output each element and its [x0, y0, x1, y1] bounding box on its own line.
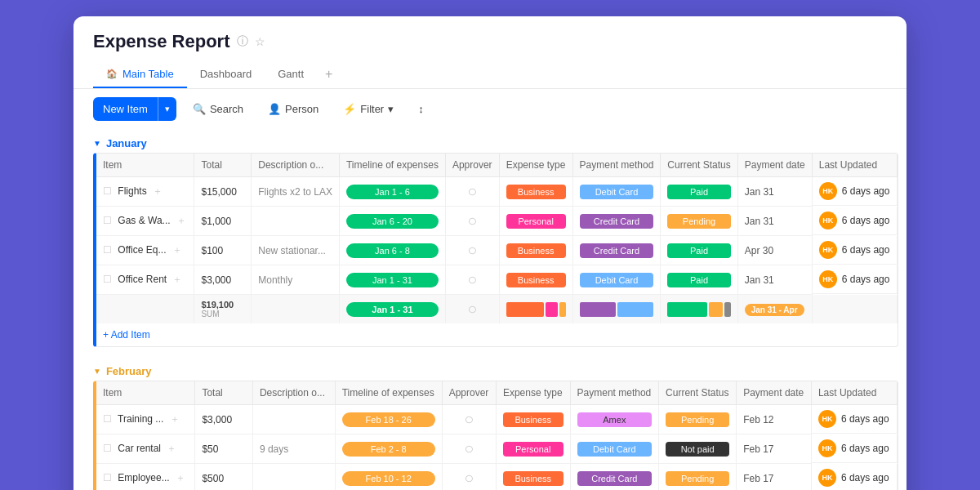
- table-february: Item Total Description o... Timeline of …: [93, 381, 898, 490]
- filter-icon: ⚡: [343, 103, 356, 115]
- page-title: Expense Report: [93, 31, 230, 52]
- cell-approver-0: ○: [442, 405, 496, 434]
- add-item-january[interactable]: + Add Item: [96, 323, 898, 346]
- cell-status-2: Paid: [661, 236, 737, 265]
- cell-status-3: Paid: [661, 265, 737, 295]
- new-item-dropdown-button[interactable]: ▾: [158, 97, 176, 121]
- sum-updated-cell: [812, 295, 897, 324]
- payment-badge-3: Debit Card: [580, 273, 654, 287]
- row-checkbox-0[interactable]: ☐: [103, 413, 112, 425]
- section-january: ▼ January Item Total Description o... Ti…: [82, 129, 898, 347]
- col-date-header: Payment date: [737, 154, 812, 177]
- sum-desc-cell: [252, 295, 340, 324]
- app-window: Expense Report ⓘ ☆ 🏠 Main Table Dashboar…: [74, 16, 906, 490]
- tab-dashboard[interactable]: Dashboard: [187, 60, 265, 88]
- feb-col-date: Payment date: [737, 381, 812, 405]
- filter-button[interactable]: ⚡ Filter ▾: [335, 98, 402, 120]
- add-icon-2[interactable]: ＋: [172, 244, 182, 256]
- add-icon-1[interactable]: ＋: [176, 215, 186, 226]
- timeline-badge-1: Jan 6 - 20: [346, 214, 439, 229]
- cell-expense-1: Personal: [499, 207, 572, 236]
- expense-badge-0: Business: [506, 185, 566, 199]
- table-row: ☐ Employee... ＋ $500 Feb 10 - 12 ○ Busin…: [96, 464, 898, 491]
- sum-payment-cell: [572, 295, 661, 324]
- add-icon-0[interactable]: ＋: [170, 413, 180, 425]
- expense-badge-1: Personal: [503, 442, 564, 457]
- cell-total-0: $3,000: [195, 405, 253, 434]
- payment-badge-2: Credit Card: [580, 243, 654, 258]
- cell-desc-2: [252, 464, 335, 491]
- person-button[interactable]: 👤 Person: [260, 98, 327, 120]
- cell-updated-2: HK 6 days ago: [812, 464, 898, 491]
- row-checkbox-3[interactable]: ☐: [103, 274, 112, 285]
- avatar-1: HK: [819, 212, 837, 229]
- section-label-february: February: [106, 365, 152, 377]
- timeline-badge-1: Feb 2 - 8: [342, 442, 435, 457]
- row-checkbox-0[interactable]: ☐: [103, 185, 112, 197]
- approver-avatar-2: ○: [467, 241, 477, 259]
- cell-total-0: $15,000: [194, 177, 252, 207]
- add-icon-0[interactable]: ＋: [153, 185, 163, 197]
- table-january: Item Total Description o... Timeline of …: [93, 153, 898, 347]
- payment-badge-0: Debit Card: [580, 185, 654, 199]
- add-icon-3[interactable]: ＋: [172, 274, 182, 285]
- sum-status-cell: [661, 295, 737, 324]
- filter-dropdown-icon: ▾: [388, 103, 394, 115]
- cell-date-1: Jan 31: [737, 207, 812, 236]
- approver-avatar-0: ○: [464, 410, 474, 428]
- row-checkbox-1[interactable]: ☐: [103, 443, 112, 454]
- col-expense-header: Expense type: [499, 154, 572, 177]
- sum-date-cell: Jan 31 - Apr: [737, 295, 812, 324]
- avatar-2: HK: [819, 241, 837, 259]
- avatar-0: HK: [819, 182, 837, 200]
- cell-date-0: Jan 31: [737, 177, 812, 207]
- cell-item-0: ☐ Training ... ＋: [96, 405, 195, 434]
- home-icon: 🏠: [106, 69, 118, 79]
- star-icon[interactable]: ☆: [255, 35, 265, 48]
- avatar-1: HK: [818, 439, 836, 457]
- feb-col-approver: Approver: [442, 381, 496, 405]
- add-tab-button[interactable]: +: [317, 60, 341, 88]
- cell-updated-0: HK 6 days ago: [813, 177, 898, 206]
- cell-status-2: Pending: [659, 464, 737, 491]
- avatar-2: HK: [818, 469, 836, 487]
- row-checkbox-2[interactable]: ☐: [103, 472, 112, 483]
- cell-item-1: ☐ Car rental ＋: [96, 434, 195, 464]
- section-header-february[interactable]: ▼ February: [82, 357, 898, 381]
- cell-updated-3: HK 6 days ago: [813, 265, 898, 294]
- new-item-button[interactable]: New Item: [93, 97, 158, 121]
- payment-badge-2: Credit Card: [577, 471, 653, 486]
- cell-timeline-2: Feb 10 - 12: [335, 464, 442, 491]
- sort-button[interactable]: ↕: [410, 98, 432, 120]
- feb-col-expense: Expense type: [496, 381, 570, 405]
- sum-approver-cell: ○: [445, 295, 499, 324]
- add-icon-2[interactable]: ＋: [176, 472, 185, 483]
- timeline-badge-0: Feb 18 - 26: [342, 412, 435, 427]
- cell-expense-2: Business: [496, 464, 570, 491]
- search-button[interactable]: 🔍 Search: [185, 98, 252, 120]
- cell-approver-3: ○: [445, 265, 499, 295]
- content-area: ▼ January Item Total Description o... Ti…: [74, 129, 906, 490]
- cell-total-1: $50: [195, 434, 253, 464]
- cell-date-2: Apr 30: [737, 236, 812, 265]
- col-total-header: Total: [194, 154, 252, 177]
- feb-col-payment: Payment method: [570, 381, 659, 405]
- row-checkbox-2[interactable]: ☐: [103, 244, 112, 256]
- timeline-badge-2: Feb 10 - 12: [342, 471, 435, 486]
- col-desc-header: Description o...: [252, 154, 340, 177]
- table-row: ☐ Car rental ＋ $50 9 days Feb 2 - 8 ○ Pe…: [96, 434, 898, 464]
- tab-gantt[interactable]: Gantt: [265, 60, 317, 88]
- status-badge-1: Pending: [667, 214, 730, 229]
- cell-expense-2: Business: [499, 236, 572, 265]
- timeline-badge-0: Jan 1 - 6: [346, 185, 439, 199]
- info-icon[interactable]: ⓘ: [237, 34, 248, 49]
- expense-badge-2: Business: [503, 471, 564, 486]
- feb-col-desc: Description o...: [252, 381, 335, 405]
- cell-approver-2: ○: [445, 236, 499, 265]
- add-icon-1[interactable]: ＋: [167, 443, 176, 454]
- sum-item-cell: [96, 295, 194, 324]
- col-status-header: Current Status: [661, 154, 737, 177]
- section-header-january[interactable]: ▼ January: [82, 129, 898, 153]
- row-checkbox-1[interactable]: ☐: [103, 215, 112, 226]
- tab-main-table[interactable]: 🏠 Main Table: [93, 60, 187, 88]
